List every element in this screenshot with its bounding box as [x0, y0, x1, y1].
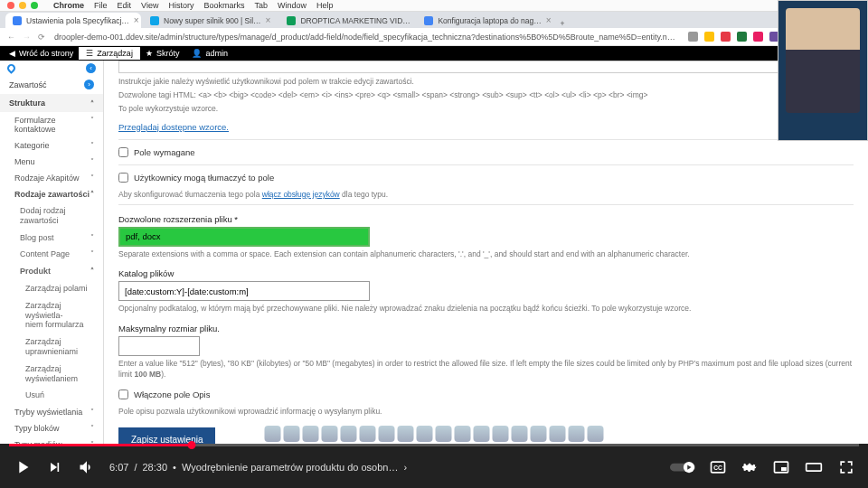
new-tab-button[interactable]: +: [554, 19, 570, 28]
play-button[interactable]: [13, 457, 33, 477]
video-player-controls: 6:07 / 28:30 • Wyodrębnienie parametrów …: [0, 444, 868, 488]
help-text: Opcjonalny podkatalog, w którym mają być…: [118, 304, 854, 314]
browser-tab[interactable]: Ustawienia pola Specyfikacj…×: [5, 13, 141, 28]
browse-patterns-link[interactable]: Przeglądaj dostępne wzorce.: [118, 122, 229, 132]
menu-item[interactable]: History: [168, 1, 193, 10]
svg-rect-6: [807, 464, 822, 471]
sidebar-item[interactable]: Zarządzaj polami: [0, 280, 103, 297]
sidebar-item-structure[interactable]: Struktura˄: [0, 94, 103, 112]
menu-item[interactable]: File: [94, 1, 108, 10]
field-settings-form: Instrukcje jakie należy wyświetlić użytk…: [104, 61, 868, 444]
menu-item[interactable]: Tab: [254, 1, 268, 10]
captions-button[interactable]: CC: [709, 458, 727, 476]
help-textarea[interactable]: [118, 61, 854, 73]
time-display: 6:07 / 28:30 • Wyodrębnienie parametrów …: [109, 462, 407, 473]
extensions-input[interactable]: [118, 227, 370, 247]
enable-languages-link[interactable]: włącz obsługę języków: [262, 190, 340, 199]
sidebar-item-content-types[interactable]: Rodzaje zawartości˄: [0, 186, 103, 202]
help-text: To pole wykorzystuje wzorce.: [118, 104, 854, 115]
fullscreen-button[interactable]: [837, 458, 855, 476]
reload-icon[interactable]: ⟳: [38, 33, 45, 42]
menu-item[interactable]: Window: [278, 1, 307, 10]
maxsize-input[interactable]: [118, 336, 200, 356]
sidebar-item[interactable]: Dodaj rodzaj zawartości: [0, 202, 103, 230]
user-menu[interactable]: 👤 admin: [192, 49, 228, 58]
save-button[interactable]: Zapisz ustawienia: [118, 427, 215, 444]
translatable-label: Użytkownicy mogą tłumaczyć to pole: [134, 173, 274, 183]
macos-menubar: Chrome File Edit View History Bookmarks …: [0, 0, 868, 12]
autoplay-toggle[interactable]: [670, 460, 695, 474]
webcam-overlay: [778, 0, 868, 141]
help-text: Instrukcje jakie należy wyświetlić użytk…: [118, 77, 854, 88]
browser-toolbar: ← → ⟳ droopler-demo-001.ddev.site/admin/…: [0, 28, 868, 46]
menu-item[interactable]: View: [141, 1, 158, 10]
directory-label: Katalog plików: [118, 268, 854, 278]
address-bar[interactable]: droopler-demo-001.ddev.site/admin/struct…: [54, 33, 679, 42]
sidebar-item[interactable]: Menu˅: [0, 154, 103, 170]
description-label: Włączone pole Opis: [134, 389, 210, 399]
sidebar-item[interactable]: Content Page˅: [0, 246, 103, 263]
next-button[interactable]: [46, 458, 64, 476]
menu-item[interactable]: Bookmarks: [203, 1, 244, 10]
sidebar-item[interactable]: Zarządzaj wyświetlaniem: [0, 361, 103, 388]
sidebar-item[interactable]: Formularze kontaktowe˅: [0, 112, 103, 137]
svg-rect-5: [781, 467, 787, 471]
required-checkbox[interactable]: [118, 147, 128, 157]
close-icon[interactable]: ×: [134, 15, 139, 25]
description-checkbox[interactable]: [118, 389, 128, 399]
help-text: Dozwolone tagi HTML: <a> <b> <big> <code…: [118, 90, 854, 101]
back-to-site[interactable]: ◀ Wróć do strony: [9, 49, 73, 58]
directory-input[interactable]: [118, 281, 370, 301]
youtube-watermark-icon[interactable]: [826, 389, 850, 412]
admin-toolbar: ◀ Wróć do strony ☰ Zarządzaj ★ Skróty 👤 …: [0, 46, 868, 61]
sidebar-item[interactable]: Zarządzaj wyświetla- niem formularza: [0, 297, 103, 333]
miniplayer-button[interactable]: [772, 458, 790, 476]
browser-tab[interactable]: Konfiguracja laptopa do nag…×: [417, 13, 552, 28]
menu-item[interactable]: Chrome: [53, 1, 84, 10]
sidebar-item[interactable]: Usuń: [0, 387, 103, 404]
sidebar-item[interactable]: Zarządzaj uprawnieniami: [0, 333, 103, 361]
help-text: Separate extensions with a comma or spac…: [118, 249, 854, 260]
chapter-title[interactable]: Wyodrębnienie parametrów produktu do oso…: [182, 462, 399, 473]
required-label: Pole wymagane: [134, 147, 195, 157]
settings-button[interactable]: [741, 458, 759, 476]
browser-tabs: Ustawienia pola Specyfikacj…× Nowy super…: [0, 12, 868, 28]
manage-toggle[interactable]: ☰ Zarządzaj: [79, 47, 140, 60]
admin-sidebar: ‹ Zawartość› Struktura˄ Formularze konta…: [0, 61, 104, 444]
progress-bar[interactable]: [9, 444, 859, 446]
help-text: Enter a value like "512" (bytes), "80 KB…: [118, 359, 854, 380]
sidebar-item-product[interactable]: Produkt˄: [0, 263, 103, 280]
chevron-right-icon[interactable]: ›: [403, 462, 407, 473]
window-controls[interactable]: [7, 2, 38, 9]
menu-item[interactable]: Edit: [118, 1, 132, 10]
sidebar-item[interactable]: Blog post˅: [0, 230, 103, 247]
volume-button[interactable]: [78, 458, 96, 476]
sidebar-item[interactable]: Tryby wyświetlania˅: [0, 404, 103, 420]
collapse-icon[interactable]: ‹: [86, 63, 96, 73]
help-text: Pole opisu pozwala użytkownikowi wprowad…: [118, 407, 854, 418]
sidebar-item[interactable]: Typy mediów˅: [0, 436, 103, 444]
translatable-checkbox[interactable]: [118, 173, 128, 183]
help-text: Aby skonfigurować tłumaczenia tego pola …: [118, 190, 854, 201]
sidebar-item[interactable]: Rodzaje Akapitów˅: [0, 170, 103, 186]
browser-tab[interactable]: Nowy super silnik 900 | Sil…×: [143, 13, 278, 28]
browser-tab[interactable]: DROPTICA MARKETING VID…×: [279, 13, 415, 28]
maxsize-label: Maksymalny rozmiar pliku.: [118, 324, 854, 333]
back-icon[interactable]: ←: [7, 33, 15, 42]
sidebar-item[interactable]: Kategorie˅: [0, 137, 103, 154]
drupal-icon: [5, 62, 17, 74]
sidebar-item[interactable]: Zawartość›: [0, 75, 103, 94]
forward-icon: →: [23, 33, 31, 42]
theater-button[interactable]: [804, 458, 824, 476]
sidebar-item[interactable]: Typy bloków˅: [0, 420, 103, 436]
svg-text:CC: CC: [713, 465, 722, 471]
menu-item[interactable]: Help: [316, 1, 334, 10]
shortcuts[interactable]: ★ Skróty: [146, 49, 180, 58]
extensions-label: Dozwolone rozszerzenia pliku *: [118, 214, 854, 224]
